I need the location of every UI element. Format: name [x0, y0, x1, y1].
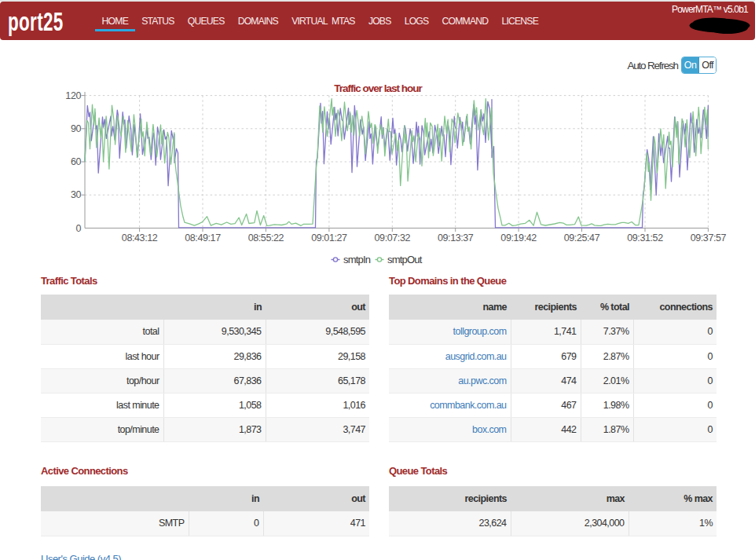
svg-text:90: 90: [71, 123, 82, 134]
svg-text:08:55:22: 08:55:22: [248, 232, 284, 243]
svg-text:smtpIn: smtpIn: [343, 254, 371, 265]
svg-text:09:19:42: 09:19:42: [500, 232, 537, 243]
svg-text:60: 60: [71, 156, 82, 167]
svg-text:smtpOut: smtpOut: [387, 254, 423, 265]
svg-text:08:49:17: 08:49:17: [185, 232, 221, 243]
svg-text:09:25:47: 09:25:47: [564, 232, 600, 243]
svg-text:09:31:52: 09:31:52: [627, 232, 663, 243]
svg-text:09:13:37: 09:13:37: [438, 232, 474, 243]
svg-text:120: 120: [65, 90, 81, 101]
svg-text:08:43:12: 08:43:12: [122, 232, 158, 243]
svg-text:09:01:27: 09:01:27: [311, 232, 347, 243]
svg-text:30: 30: [71, 189, 82, 200]
svg-text:0: 0: [75, 223, 81, 234]
svg-text:Traffic over last hour: Traffic over last hour: [334, 82, 423, 94]
svg-text:09:07:32: 09:07:32: [375, 232, 411, 243]
svg-text:09:37:57: 09:37:57: [691, 232, 727, 243]
